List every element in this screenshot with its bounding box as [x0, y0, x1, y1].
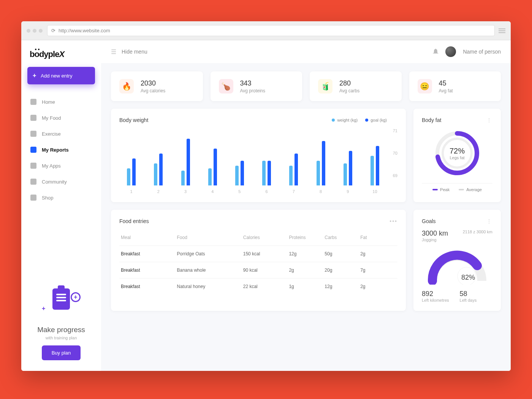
y-tick: 69	[393, 173, 397, 178]
stat-icon: 🔥	[119, 79, 134, 93]
cell-calories: 22 kcal	[243, 284, 289, 289]
table-header: Meal	[121, 235, 177, 240]
more-icon[interactable]: •••	[390, 218, 397, 224]
chart-x-axis: 12345678910	[119, 189, 387, 194]
chart-y-axis: 717069	[393, 128, 397, 178]
user-name[interactable]: Name of person	[463, 49, 501, 55]
sidebar-item-my-apps[interactable]: My Apps	[27, 159, 95, 173]
bar-group	[311, 141, 330, 185]
bar	[214, 149, 217, 186]
bar-group	[338, 151, 358, 185]
buy-plan-button[interactable]: Buy plan	[42, 345, 81, 360]
cell-meal: Breakfast	[121, 268, 177, 273]
legend-item: weight (kg)	[332, 118, 358, 122]
avatar[interactable]	[445, 46, 456, 57]
x-tick: 6	[257, 189, 276, 194]
goals-distance-label: Jogging	[422, 238, 448, 242]
maximize-dot-icon[interactable]	[39, 29, 43, 33]
nav-label: Home	[42, 99, 55, 105]
sidebar-item-community[interactable]: Community	[27, 175, 95, 188]
food-table-body: BreakfastPorridge Oats150 kcal12g50g2gBr…	[119, 245, 397, 294]
bar-group	[365, 146, 385, 185]
url-bar[interactable]: ⟳ http://www.website.com	[47, 25, 495, 36]
x-tick: 10	[365, 189, 385, 194]
bar	[344, 163, 347, 186]
sidebar-item-exercise[interactable]: Exercise	[27, 127, 95, 141]
left-km-label: Left kilometres	[422, 298, 449, 302]
table-header: Fat	[360, 235, 396, 240]
table-header: Food	[177, 235, 243, 240]
goals-percent: 82%	[461, 274, 475, 282]
table-row[interactable]: BreakfastNatural honey22 kcal1g12g2g	[119, 278, 397, 294]
plus-icon: +	[33, 72, 36, 79]
bell-icon[interactable]	[432, 49, 439, 55]
apps-icon	[30, 163, 36, 169]
stat-label: Avg calories	[141, 88, 165, 93]
bar-group	[284, 154, 303, 186]
bar	[268, 161, 271, 185]
nav-label: My Food	[42, 115, 61, 121]
table-row[interactable]: BreakfastPorridge Oats150 kcal12g50g2g	[119, 245, 397, 262]
stat-avg-carbs: 🧃280Avg carbs	[310, 71, 402, 101]
bar	[187, 139, 190, 186]
table-header: Carbs	[325, 235, 360, 240]
nav-label: My Reports	[42, 147, 69, 153]
nav-label: Exercise	[42, 131, 61, 137]
shop-icon	[30, 195, 36, 201]
exercise-icon	[30, 131, 36, 137]
reload-icon[interactable]: ⟳	[51, 28, 55, 33]
bar-group	[230, 161, 249, 185]
food-entries-card: Food entries ••• MealFoodCaloriesProtein…	[111, 210, 406, 311]
body-fat-legend: PeakAverage	[422, 183, 492, 192]
sidebar-item-my-food[interactable]: My Food	[27, 111, 95, 125]
left-days: 58	[460, 290, 477, 298]
cell-calories: 150 kcal	[243, 251, 289, 256]
left-km: 892	[422, 290, 449, 298]
reports-icon	[30, 147, 36, 153]
cell-food: Porridge Oats	[177, 251, 243, 256]
add-entry-label: Add new entry	[41, 73, 72, 79]
stat-avg-fat: 😑45Avg fat	[409, 71, 501, 101]
body-fat-title: Body fat	[422, 117, 441, 123]
bar	[262, 161, 266, 185]
stat-icon: 🧃	[318, 79, 332, 93]
x-tick: 4	[203, 189, 222, 194]
close-dot-icon[interactable]	[27, 29, 30, 33]
sidebar-item-home[interactable]: Home	[27, 95, 95, 109]
more-icon[interactable]: ⋮	[486, 117, 492, 123]
bar	[370, 156, 374, 185]
cell-fat: 7g	[360, 268, 396, 273]
x-tick: 8	[311, 189, 330, 194]
bar	[322, 141, 325, 185]
bar	[208, 168, 212, 186]
bar	[241, 161, 244, 185]
food-entries-title: Food entries	[119, 218, 149, 224]
stat-avg-calories: 🔥2030Avg calories	[111, 71, 203, 101]
minimize-dot-icon[interactable]	[33, 29, 36, 33]
sidebar-item-shop[interactable]: Shop	[27, 191, 95, 204]
window-controls[interactable]	[27, 29, 43, 33]
community-icon	[30, 179, 36, 185]
table-header: Calories	[243, 235, 289, 240]
menu-toggle-icon[interactable]: ☰	[111, 48, 116, 55]
hide-menu-label[interactable]: Hide menu	[122, 49, 147, 55]
clipboard-icon	[52, 288, 70, 310]
stat-icon: 🍗	[219, 79, 233, 93]
bar	[235, 166, 239, 185]
add-entry-button[interactable]: + Add new entry	[27, 67, 95, 84]
body-fat-donut: 72% Legs fat	[432, 128, 482, 178]
x-tick: 9	[338, 189, 358, 194]
sidebar-item-my-reports[interactable]: My Reports	[27, 143, 95, 157]
body-fat-percent: 72%	[450, 147, 465, 155]
bar	[349, 151, 352, 185]
y-tick: 71	[393, 128, 397, 133]
app-shell: bodypleX + Add new entry HomeMy FoodExer…	[21, 40, 511, 371]
brand-logo[interactable]: bodypleX	[27, 48, 95, 67]
bar	[294, 154, 298, 186]
plus-small-icon: +	[42, 305, 45, 312]
browser-menu-icon[interactable]	[499, 28, 505, 33]
bar	[317, 161, 320, 185]
more-icon[interactable]: ⋮	[486, 218, 492, 224]
cell-carbs: 12g	[325, 284, 360, 289]
table-row[interactable]: BreakfastBanana whole90 kcal2g20g7g	[119, 262, 397, 278]
